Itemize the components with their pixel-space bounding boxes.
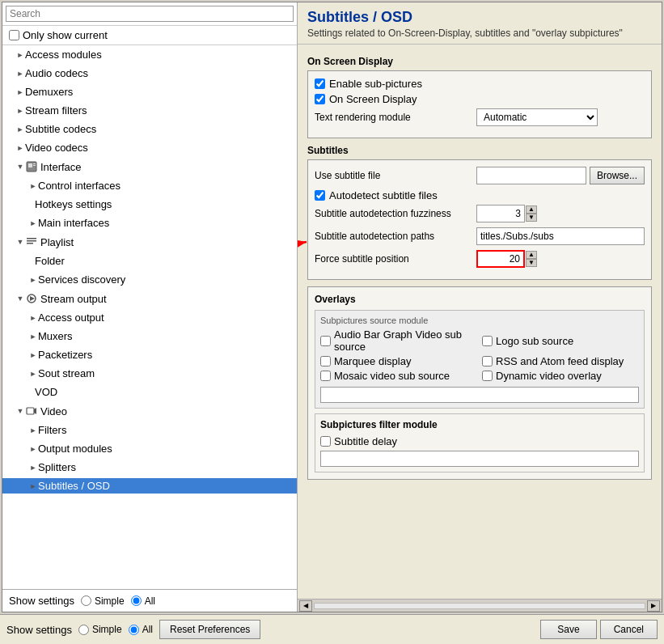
subtitle-position-up-button[interactable]: ▲ <box>526 251 537 259</box>
arrow-interface: ▼ <box>15 162 25 172</box>
subtitle-position-down-button[interactable]: ▼ <box>526 259 537 267</box>
reset-preferences-button[interactable]: Reset Preferences <box>159 620 260 639</box>
label-access-modules: Access modules <box>25 49 294 61</box>
label-packetizers: Packetizers <box>38 349 294 361</box>
logo-sub-source-checkbox[interactable] <box>482 336 493 346</box>
tree-item-playlist[interactable]: ▼ Playlist <box>2 232 297 252</box>
text-rendering-label: Text rendering module <box>315 112 476 123</box>
only-show-current-checkbox[interactable] <box>9 30 19 40</box>
radio-simple-label: Simple <box>95 595 125 607</box>
subtitle-delay-checkbox[interactable] <box>320 436 331 447</box>
tree-item-interface[interactable]: ▼ Interface <box>2 157 297 176</box>
radio-group-all: All <box>131 595 155 607</box>
arrow-packetizers: ► <box>28 350 38 360</box>
autodetection-paths-row: Subtitle autodetection paths <box>315 227 645 245</box>
label-services-discovery: Services discovery <box>38 273 294 286</box>
scroll-track-h[interactable] <box>314 603 645 609</box>
tree-item-packetizers[interactable]: ► Packetizers <box>2 345 297 364</box>
tree-item-main-interfaces[interactable]: ► Main interfaces <box>2 214 297 232</box>
label-video: Video <box>40 405 294 417</box>
scroll-left-button[interactable]: ◀ <box>299 600 312 612</box>
tree-item-demuxers[interactable]: ► Demuxers <box>2 83 297 101</box>
osd-section-label: On Screen Display <box>307 56 652 67</box>
arrow-video-codecs: ► <box>15 143 25 153</box>
autodetect-checkbox[interactable] <box>315 190 325 201</box>
tree-item-stream-filters[interactable]: ► Stream filters <box>2 101 297 120</box>
arrow-demuxers: ► <box>15 87 25 97</box>
svg-rect-6 <box>27 243 33 244</box>
arrow-output-modules: ► <box>28 444 38 454</box>
arrow-services-discovery: ► <box>28 275 38 285</box>
save-button[interactable]: Save <box>540 620 596 639</box>
tree-item-subtitle-codecs[interactable]: ► Subtitle codecs <box>2 120 297 138</box>
force-subtitle-position-input[interactable] <box>476 250 525 268</box>
cancel-button[interactable]: Cancel <box>600 620 658 639</box>
tree-item-audio-codecs[interactable]: ► Audio codecs <box>2 64 297 83</box>
mosaic-video-checkbox[interactable] <box>320 371 331 381</box>
autodetection-fuzziness-row: Subtitle autodetection fuzziness ▲ ▼ <box>315 205 645 222</box>
arrow-playlist: ▼ <box>15 237 25 247</box>
tree-item-access-output[interactable]: ► Access output <box>2 308 297 327</box>
subtitle-file-input-group: Browse... <box>476 167 645 184</box>
dynamic-video-overlay-checkbox[interactable] <box>482 371 493 381</box>
label-control-interfaces: Control interfaces <box>38 180 294 192</box>
label-subtitles-osd: Subtitles / OSD <box>38 480 294 492</box>
tree-item-muxers[interactable]: ► Muxers <box>2 327 297 345</box>
sidebar: Only show current ► Access modules ► Aud… <box>2 2 298 612</box>
radio-all[interactable] <box>131 595 142 606</box>
marquee-display-checkbox[interactable] <box>320 356 331 366</box>
label-splitters: Splitters <box>38 461 294 473</box>
panel-title-area: Subtitles / OSD <box>298 2 662 28</box>
tree-item-access-modules[interactable]: ► Access modules <box>2 45 297 64</box>
show-settings-bar: Show settings Simple All <box>2 589 297 612</box>
label-stream-filters: Stream filters <box>25 104 294 117</box>
on-screen-display-checkbox[interactable] <box>315 94 325 104</box>
fuzziness-input[interactable] <box>476 205 525 222</box>
force-subtitle-position-row: Force subtitle position ▲ ▼ <box>315 250 645 268</box>
subtitle-file-input[interactable] <box>476 167 586 184</box>
bottom-radio-simple-input[interactable] <box>78 625 89 635</box>
tree-item-sout-stream[interactable]: ► Sout stream <box>2 364 297 383</box>
tree-item-subtitles-osd[interactable]: ► Subtitles / OSD <box>2 477 297 495</box>
label-interface: Interface <box>40 161 294 173</box>
overlays-checkbox-grid: Audio Bar Graph Video sub source Logo su… <box>320 328 639 382</box>
tree-item-output-modules[interactable]: ► Output modules <box>2 439 297 458</box>
scroll-right-button[interactable]: ▶ <box>647 600 660 612</box>
tree-item-video[interactable]: ▼ Video <box>2 401 297 421</box>
show-settings-label: Show settings <box>9 595 74 607</box>
page-title: Subtitles / OSD <box>307 9 652 26</box>
tree-item-hotkeys-settings[interactable]: Hotkeys settings <box>2 195 297 214</box>
use-subtitle-file-label: Use subtitle file <box>315 170 476 181</box>
radio-all-label: All <box>145 595 155 607</box>
browse-button[interactable]: Browse... <box>590 167 645 184</box>
tree-item-folder[interactable]: Folder <box>2 252 297 270</box>
tree-item-filters[interactable]: ► Filters <box>2 421 297 439</box>
arrow-access-modules: ► <box>15 50 25 60</box>
text-rendering-dropdown[interactable]: Automatic None freetype SVG <box>476 108 598 126</box>
search-input[interactable] <box>6 6 294 22</box>
tree-item-services-discovery[interactable]: ► Services discovery <box>2 270 297 289</box>
overlays-path-input[interactable] <box>320 387 639 403</box>
autodetection-paths-input[interactable] <box>476 227 645 245</box>
rss-atom-feed-checkbox[interactable] <box>482 356 493 366</box>
fuzziness-up-button[interactable]: ▲ <box>526 205 537 214</box>
tree-item-stream-output[interactable]: ▼ Stream output <box>2 289 297 308</box>
bottom-radio-all-input[interactable] <box>129 625 139 635</box>
tree-item-control-interfaces[interactable]: ► Control interfaces <box>2 176 297 195</box>
label-filters: Filters <box>38 424 294 436</box>
arrow-control-interfaces: ► <box>28 181 38 191</box>
label-main-interfaces: Main interfaces <box>38 217 294 229</box>
tree-item-vod[interactable]: VOD <box>2 383 297 401</box>
enable-sub-pictures-checkbox[interactable] <box>315 78 325 89</box>
label-demuxers: Demuxers <box>25 86 294 98</box>
filter-section-label: Subpictures filter module <box>320 419 639 430</box>
autodetection-fuzziness-label: Subtitle autodetection fuzziness <box>315 208 476 219</box>
audio-bar-graph-checkbox[interactable] <box>320 336 331 346</box>
fuzziness-down-button[interactable]: ▼ <box>526 214 537 222</box>
tree-item-splitters[interactable]: ► Splitters <box>2 458 297 477</box>
overlays-section: Overlays Subpictures source module Audio… <box>307 286 652 480</box>
right-panel: Subtitles / OSD Settings related to On-S… <box>298 2 662 612</box>
radio-simple[interactable] <box>81 595 91 606</box>
tree-item-video-codecs[interactable]: ► Video codecs <box>2 138 297 157</box>
filter-path-input[interactable] <box>320 451 639 467</box>
